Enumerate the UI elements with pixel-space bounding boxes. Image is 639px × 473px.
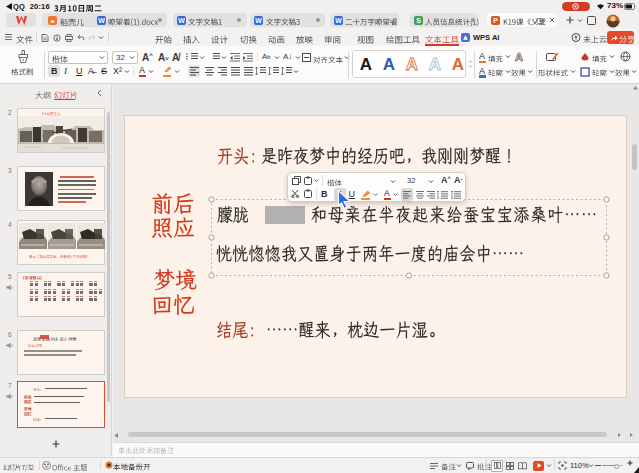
svg-text:S: S [416, 17, 421, 24]
svg-text:A: A [406, 55, 418, 74]
svg-text:A: A [452, 55, 464, 74]
svg-text:A: A [360, 55, 372, 74]
svg-text:A: A [515, 51, 523, 63]
svg-text:W: W [335, 17, 342, 24]
svg-text:A: A [429, 55, 441, 74]
svg-text:P: P [493, 17, 498, 24]
svg-text:W: W [255, 17, 262, 24]
svg-text:W: W [178, 17, 185, 24]
svg-text:W: W [98, 17, 105, 24]
svg-text:A: A [383, 55, 395, 74]
